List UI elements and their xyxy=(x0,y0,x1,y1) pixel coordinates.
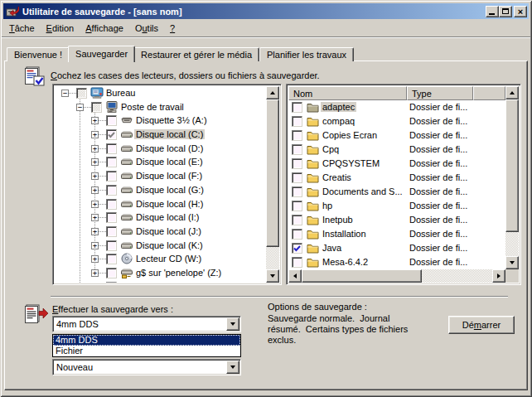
tree-item[interactable]: +Disque local (E:) xyxy=(55,155,266,169)
tree-item-checkbox[interactable] xyxy=(106,171,117,182)
expand-icon[interactable]: + xyxy=(91,145,99,153)
list-row-name[interactable]: Java xyxy=(321,243,343,253)
tab-planifier-les-travaux[interactable]: Planifier les travaux xyxy=(259,47,354,61)
list-row-name[interactable]: Mesa-6.4.2 xyxy=(321,257,370,267)
list-row[interactable]: Copies EcranDossier de fi... xyxy=(288,128,505,143)
tree-content[interactable]: −Bureau−Poste de travail+Disquette 3½ (A… xyxy=(55,86,266,283)
list-row[interactable]: InetpubDossier de fi... xyxy=(288,213,505,227)
tree-item[interactable]: +Disque local (F:) xyxy=(55,169,266,183)
scroll-right-button[interactable] xyxy=(492,269,505,283)
scroll-left-button[interactable] xyxy=(288,269,302,283)
tree-item-checkbox[interactable] xyxy=(91,102,102,113)
expand-icon[interactable]: + xyxy=(91,186,99,194)
list-row-name[interactable]: Installation xyxy=(321,229,368,239)
tree-item-checkbox[interactable] xyxy=(106,212,117,223)
expand-icon[interactable]: + xyxy=(91,228,99,235)
tree-item-checkbox[interactable] xyxy=(106,240,117,251)
expand-icon[interactable]: + xyxy=(91,117,99,124)
tree-item-label[interactable]: System State xyxy=(134,282,191,283)
tree-item[interactable]: +Disque local (D:) xyxy=(55,142,266,156)
list-row-checkbox[interactable] xyxy=(292,201,302,211)
tree-item-checkbox[interactable] xyxy=(106,282,117,283)
tree-item[interactable]: +Disque local (J:) xyxy=(55,225,266,239)
menu-item-tche[interactable]: Tâche xyxy=(3,22,41,35)
expand-icon[interactable]: + xyxy=(91,201,99,208)
list-row-checkbox[interactable] xyxy=(292,172,302,183)
tree-item-label[interactable]: Disque local (I:) xyxy=(134,212,201,222)
menu-item-outils[interactable]: Outils xyxy=(129,22,164,35)
column-header-extra[interactable] xyxy=(473,86,505,100)
menu-item-edition[interactable]: Edition xyxy=(41,22,80,35)
tree-item[interactable]: +Disque local (C:) xyxy=(55,128,266,142)
list-row[interactable]: Documents and S...Dossier de fi... xyxy=(288,185,505,199)
list-row-checkbox[interactable] xyxy=(292,130,302,141)
list-row-checkbox[interactable] xyxy=(292,215,302,225)
tree-item-label[interactable]: Disque local (H:) xyxy=(134,199,205,209)
tree-item-checkbox[interactable] xyxy=(106,226,117,237)
tree-vertical-scrollbar[interactable] xyxy=(266,86,279,283)
list-row-name[interactable]: compaq xyxy=(321,116,356,126)
expand-icon[interactable]: + xyxy=(91,255,99,263)
tree-item-label[interactable]: Disque local (D:) xyxy=(134,143,205,153)
tree-item-label[interactable]: Disque local (F:) xyxy=(134,171,204,181)
list-row-name[interactable]: Creatis xyxy=(321,172,353,182)
tree-item[interactable]: +Disque local (G:) xyxy=(55,183,266,197)
tree-item-checkbox[interactable] xyxy=(76,88,87,99)
tab-bienvenue-[interactable]: Bienvenue ! xyxy=(7,47,70,61)
tree-item[interactable]: +Disque local (H:) xyxy=(55,197,266,211)
menu-item-affichage[interactable]: Affichage xyxy=(80,22,129,35)
list-row-checkbox[interactable] xyxy=(292,186,302,197)
menu-item-?[interactable]: ? xyxy=(164,22,181,35)
list-row[interactable]: CreatisDossier de fi... xyxy=(288,171,505,185)
tree-item-label[interactable]: Disque local (E:) xyxy=(134,157,205,167)
list-row-checkbox[interactable] xyxy=(292,102,302,113)
tree-item-checkbox[interactable] xyxy=(106,254,117,264)
expand-icon[interactable]: + xyxy=(91,131,99,138)
tree-item-label[interactable]: Disque local (C:) xyxy=(134,129,205,139)
list-row-name[interactable]: Inetpub xyxy=(321,215,355,225)
tree-item[interactable]: −Bureau xyxy=(55,86,266,100)
expand-icon[interactable]: + xyxy=(91,214,99,221)
column-header-type[interactable]: Type xyxy=(407,86,473,100)
list-row[interactable]: JavaDossier de fi... xyxy=(288,241,505,255)
list-body[interactable]: adaptecDossier de fi...compaqDossier de … xyxy=(288,100,505,269)
tree-item-label[interactable]: Disque local (J:) xyxy=(134,226,203,236)
list-row-name[interactable]: adaptec xyxy=(321,102,356,112)
titlebar[interactable]: Utilitaire de sauvegarde - [sans nom] × xyxy=(3,3,529,19)
list-row[interactable]: compaqDossier de fi... xyxy=(288,114,505,128)
scroll-thumb[interactable] xyxy=(266,99,279,247)
tree-item-label[interactable]: Bureau xyxy=(104,88,137,98)
maximize-button[interactable] xyxy=(499,6,512,17)
list-row-checkbox[interactable] xyxy=(292,229,302,240)
tree-item-checkbox[interactable] xyxy=(106,143,117,154)
column-header-nom[interactable]: Nom xyxy=(288,86,407,100)
collapse-icon[interactable]: − xyxy=(76,104,84,111)
list-row-checkbox[interactable] xyxy=(292,158,302,169)
list-row[interactable]: InstallationDossier de fi... xyxy=(288,227,505,241)
expand-icon[interactable]: + xyxy=(91,158,99,166)
close-button[interactable]: × xyxy=(514,6,527,17)
tree-item-label[interactable]: Poste de travail xyxy=(119,102,186,112)
list-vertical-scrollbar[interactable] xyxy=(505,86,519,269)
list-row[interactable]: CpqDossier de fi... xyxy=(288,143,505,157)
tree-item[interactable]: +Lecteur CD (W:) xyxy=(55,252,266,266)
tree-item-checkbox[interactable] xyxy=(106,185,117,196)
list-row-checkbox[interactable] xyxy=(292,257,302,268)
list-row-name[interactable]: Documents and S... xyxy=(321,186,404,196)
tree-item-checkbox[interactable] xyxy=(106,199,117,210)
media-name-combobox[interactable]: Nouveau xyxy=(52,359,241,375)
scroll-down-button[interactable] xyxy=(266,269,279,283)
tree-item[interactable]: +Disque local (I:) xyxy=(55,211,266,225)
scroll-down-button[interactable] xyxy=(505,256,519,269)
scroll-thumb[interactable] xyxy=(302,269,422,283)
scroll-thumb[interactable] xyxy=(505,99,519,232)
list-row-checkbox[interactable] xyxy=(292,116,302,127)
scroll-up-button[interactable] xyxy=(266,86,279,99)
collapse-icon[interactable]: − xyxy=(61,90,69,97)
tree-item[interactable]: +Disquette 3½ (A:) xyxy=(55,114,266,128)
list-row[interactable]: Mesa-6.4.2Dossier de fi... xyxy=(288,255,505,269)
media-name-dropdown-button[interactable] xyxy=(226,361,239,374)
list-row-checkbox[interactable] xyxy=(292,144,302,155)
scroll-up-button[interactable] xyxy=(505,86,519,99)
media-type-dropdown-button[interactable] xyxy=(226,317,239,331)
